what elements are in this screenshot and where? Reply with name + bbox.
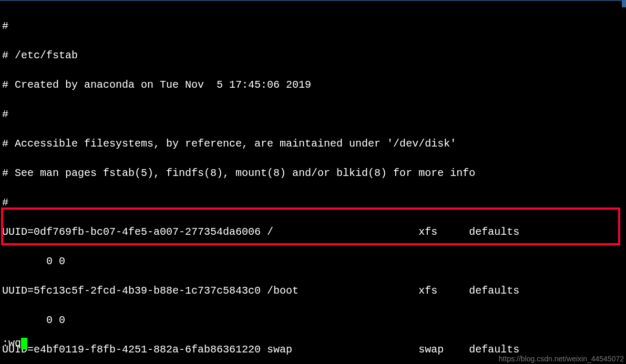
vim-command-line[interactable]: :wq bbox=[2, 337, 27, 349]
comment-line: # See man pages fstab(5), findfs(8), mou… bbox=[2, 166, 624, 181]
comment-line: # Accessible filesystems, by reference, … bbox=[2, 137, 624, 151]
scrollbar-indicator[interactable] bbox=[622, 0, 626, 7]
fstab-entry-continuation: 0 0 bbox=[2, 313, 624, 328]
comment-line: # bbox=[2, 19, 624, 34]
comment-line: # /etc/fstab bbox=[2, 48, 624, 63]
fstab-entry-continuation: 0 0 bbox=[2, 254, 624, 269]
comment-line: # Created by anaconda on Tue Nov 5 17:45… bbox=[2, 78, 624, 92]
watermark-text: https://blog.csdn.net/weixin_44545072 bbox=[499, 355, 624, 363]
fstab-entry: UUID=0df769fb-bc07-4fe5-a007-277354da600… bbox=[2, 225, 624, 240]
comment-line: # bbox=[2, 195, 624, 210]
cursor-icon bbox=[21, 338, 27, 349]
terminal-content: # # /etc/fstab # Created by anaconda on … bbox=[0, 0, 626, 364]
window-top-border bbox=[0, 0, 626, 1]
comment-line: # bbox=[2, 107, 624, 122]
fstab-entry: UUID=5fc13c5f-2fcd-4b39-b88e-1c737c5843c… bbox=[2, 284, 624, 298]
vim-command-text: :wq bbox=[2, 337, 21, 349]
